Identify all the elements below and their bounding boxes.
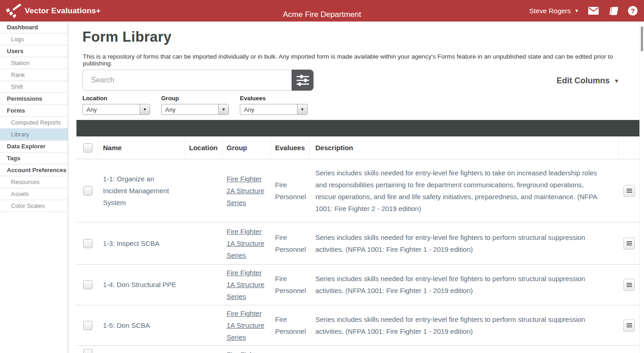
evaluees-cell: Fire Personnel [271,273,309,297]
row-menu-button[interactable] [623,279,635,291]
row-menu-button[interactable] [623,185,635,197]
chevron-down-icon: ▼ [297,104,307,114]
row-checkbox[interactable] [83,239,92,248]
row-menu-button[interactable] [623,238,635,250]
group-link[interactable]: Fire Fighter 1A Structure Series [227,269,265,300]
filter-label-group: Group [161,95,229,102]
sidebar-item-forms[interactable]: Forms [0,105,68,117]
evaluees-cell: Fire Personnel [271,232,309,255]
table-row: 1-1: Organize an Incident Management Sys… [76,159,639,223]
table-row: 1-4: Don Structural PPE Fire Fighter 1A … [76,265,639,305]
location-select[interactable]: Any ▼ [82,104,150,115]
evaluees-cell: Fire Personnel [271,314,309,337]
sidebar-item-rank[interactable]: Rank [0,69,68,81]
user-menu[interactable]: Steve Rogers ▼ [529,7,579,15]
table-header-row: Name Location Group Evaluees Description [76,136,639,159]
user-name: Steve Rogers [529,7,571,15]
menu-icon [627,189,632,193]
forms-table: Name Location Group Evaluees Description… [76,120,639,353]
row-checkbox[interactable] [83,321,92,330]
description-cell: Series includes skills needed for entry-… [309,273,619,297]
row-checkbox[interactable] [83,186,92,196]
column-header-description: Description [309,136,619,159]
description-cell: Series includes skills needed for entry-… [309,314,619,337]
chevron-down-icon: ▼ [614,78,619,84]
column-header-name: Name [98,136,185,159]
group-select[interactable]: Any ▼ [161,104,229,115]
brand-logo[interactable]: Vector Evaluations+ [5,0,101,22]
filter-sliders-button[interactable] [292,70,314,91]
evaluees-select[interactable]: Any ▼ [240,104,308,115]
menu-icon [627,283,632,287]
column-header-location: Location [185,136,222,159]
book-icon[interactable] [608,6,619,16]
table-row: 1-3: Inspect SCBA Fire Fighter 1A Struct… [76,223,639,265]
menu-icon [627,323,632,327]
brand-name: Vector Evaluations+ [25,6,101,16]
row-checkbox[interactable] [83,280,92,289]
table-row: Fire Fighter [76,346,639,353]
form-name-link[interactable]: 1-3: Inspect SCBA [103,239,159,247]
search-input[interactable] [82,70,292,91]
sidebar-item-dashboard[interactable]: Dashboard [0,22,68,33]
column-header-group: Group [222,136,271,159]
group-link[interactable]: Fire Fighter 1A Structure Series [227,228,265,259]
sidebar-item-account-preferences[interactable]: Account Preferences [0,164,68,176]
sidebar-item-assets[interactable]: Assets [0,188,68,200]
vertical-scrollbar[interactable] [641,27,643,51]
location-cell [185,346,222,349]
sidebar-item-shift[interactable]: Shift [0,81,68,93]
help-icon[interactable]: ? [628,6,638,16]
page-title: Form Library [82,29,172,45]
form-name-link[interactable]: 1-1: Organize an Incident Management Sys… [103,175,169,206]
sidebar-item-resources[interactable]: Resources [0,176,68,188]
column-header-evaluees: Evaluees [271,136,309,159]
chevron-down-icon: ▼ [574,9,579,13]
sidebar-item-permissions[interactable]: Permissions [0,93,68,105]
page-description: This is a repository of forms that can b… [83,53,639,67]
filter-label-location: Location [82,95,150,102]
select-all-checkbox[interactable] [83,143,92,152]
form-name-link[interactable]: 1-4: Don Structural PPE [103,281,176,288]
row-menu-button[interactable] [623,320,635,331]
mail-icon[interactable] [588,7,599,15]
sidebar-item-computed-reports[interactable]: Computed Reports [0,117,68,129]
filter-label-evaluees: Evaluees [240,95,308,102]
menu-icon [627,241,632,245]
sidebar-item-tags[interactable]: Tags [0,152,68,164]
group-link[interactable]: Fire Fighter 1A Structure Series [227,310,265,341]
brand-rocket-icon [5,4,22,18]
sidebar-item-users[interactable]: Users [0,45,68,57]
agency-title: Acme Fire Department [283,10,361,19]
sidebar-item-station[interactable]: Station [0,57,68,69]
edit-columns-button[interactable]: Edit Columns ▼ [557,76,619,86]
description-cell: Series includes skills needed for entry-… [309,167,619,215]
table-row: 1-5: Don SCBA Fire Fighter 1A Structure … [76,305,639,346]
group-link[interactable]: Fire Fighter [227,351,262,353]
sidebar-item-color-scales[interactable]: Color Scales [0,200,68,212]
group-link[interactable]: Fire Fighter 2A Structure Series [227,175,265,206]
sidebar-item-data-explorer[interactable]: Data Explorer [0,141,68,152]
description-cell: Series includes skills needed for entry-… [309,232,619,255]
table-actions-bar [76,120,639,136]
sidebar-item-library[interactable]: Library [0,129,68,141]
row-checkbox[interactable] [83,349,92,353]
chevron-down-icon: ▼ [140,104,150,114]
evaluees-cell [271,346,309,349]
description-cell [309,346,619,349]
sidebar-item-logs[interactable]: Logs [0,33,68,45]
chevron-down-icon: ▼ [218,104,228,114]
sidebar: Dashboard Logs Users Station Rank Shift … [0,22,68,353]
sliders-icon [297,75,309,86]
evaluees-cell: Fire Personnel [271,179,309,203]
form-name-link[interactable]: 1-5: Don SCBA [103,321,150,329]
main-content: Form Library This is a repository of for… [69,22,640,353]
app-header: Vector Evaluations+ Acme Fire Department… [0,0,644,22]
